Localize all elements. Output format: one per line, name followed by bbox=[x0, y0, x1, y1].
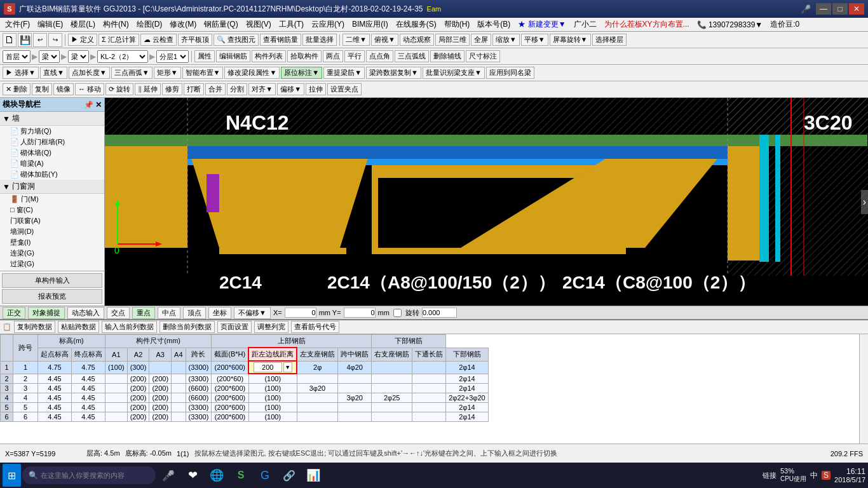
row-midtop-6[interactable] bbox=[338, 412, 372, 422]
orthogonal-btn[interactable]: 正交 bbox=[3, 307, 25, 319]
row-a1-2[interactable] bbox=[105, 374, 128, 384]
search-placeholder-text[interactable]: 在这里输入你要搜索的内容 bbox=[41, 471, 125, 480]
row-starth-6[interactable]: 4.45 bbox=[38, 412, 72, 422]
y-input[interactable] bbox=[344, 308, 376, 318]
sidebar-item-window[interactable]: □ 窗(C) bbox=[8, 205, 104, 215]
no-offset-btn[interactable]: 不偏移▼ bbox=[234, 307, 271, 319]
row-a3-4[interactable]: (200) bbox=[149, 393, 172, 403]
menu-view[interactable]: 视图(V) bbox=[242, 18, 275, 31]
undo-btn[interactable]: ↩ bbox=[33, 33, 47, 47]
stretch-btn[interactable]: 拉伸 bbox=[306, 83, 326, 95]
row-a3-5[interactable]: (200) bbox=[149, 403, 172, 412]
row-botsteel-1[interactable]: 2φ14 bbox=[446, 361, 488, 374]
row-botsteel-2[interactable]: 2φ14 bbox=[446, 374, 488, 384]
row-botsteel-5[interactable]: 2φ14 bbox=[446, 403, 488, 412]
menu-file[interactable]: 文件(F) bbox=[1, 18, 34, 31]
row-section-2[interactable]: (200*60) bbox=[212, 374, 248, 384]
row-dist-2[interactable]: (100) bbox=[248, 374, 297, 384]
row-dist-4[interactable]: (100) bbox=[248, 393, 297, 403]
menu-version[interactable]: 版本号(B) bbox=[473, 18, 514, 31]
snap-btn[interactable]: 对象捕捉 bbox=[28, 307, 65, 319]
select-mode-btn[interactable]: ▶ 选择▼ bbox=[3, 67, 39, 79]
report-preview-btn[interactable]: 报表预览 bbox=[2, 289, 102, 304]
maximize-button[interactable]: □ bbox=[832, 3, 848, 15]
delete-aux-btn[interactable]: 删除辅线 bbox=[430, 50, 465, 62]
intersection-btn[interactable]: 交点 bbox=[107, 307, 130, 319]
menu-help[interactable]: 帮助(H) bbox=[440, 18, 474, 31]
component-list-btn[interactable]: 构件列表 bbox=[252, 50, 286, 62]
dist-input[interactable] bbox=[254, 362, 282, 372]
row-endh-2[interactable]: 4.45 bbox=[72, 374, 105, 384]
menu-component[interactable]: 构件(N) bbox=[99, 18, 133, 31]
find-element-btn[interactable]: 🔍 查找图元 bbox=[214, 34, 259, 46]
row-lefttop-2[interactable] bbox=[297, 374, 338, 384]
sidebar-item-masonry-wall[interactable]: 📄 砌体墙(Q) bbox=[8, 147, 104, 158]
rotate-input[interactable] bbox=[422, 308, 457, 318]
rect-btn[interactable]: 矩形▼ bbox=[154, 67, 181, 79]
property-btn[interactable]: 属性 bbox=[194, 50, 215, 62]
sidebar-group-wall[interactable]: ▼ 墙 bbox=[0, 112, 104, 126]
repick-rebar-btn[interactable]: 重提梁筋▼ bbox=[323, 67, 365, 79]
sidebar-item-shear-wall[interactable]: 📄 剪力墙(Q) bbox=[8, 126, 104, 137]
dynamic-input-btn[interactable]: 动态输入 bbox=[67, 307, 104, 319]
zoom-btn[interactable]: 缩放▼ bbox=[492, 34, 520, 46]
row-a3-2[interactable]: (200) bbox=[149, 374, 172, 384]
view-btn[interactable]: 俯视▼ bbox=[371, 34, 398, 46]
x-input[interactable] bbox=[285, 308, 316, 318]
row-lefttop-6[interactable] bbox=[297, 412, 338, 422]
single-component-input-btn[interactable]: 单构件输入 bbox=[2, 273, 102, 288]
menu-edit[interactable]: 编辑(E) bbox=[34, 18, 67, 31]
calc-btn[interactable]: Σ 汇总计算 bbox=[98, 34, 139, 46]
sidebar-item-hidden-beam[interactable]: 📄 暗梁(A) bbox=[8, 158, 104, 169]
row-righttop-4[interactable]: 2φ25 bbox=[372, 393, 412, 403]
screen-rotate-btn[interactable]: 屏幕旋转▼ bbox=[550, 34, 591, 46]
layer-select[interactable]: 分层1 bbox=[156, 50, 189, 63]
view-rebar-btn[interactable]: 查看钢筋量 bbox=[260, 34, 301, 46]
menu-guangxiao[interactable]: 广小二 bbox=[570, 18, 600, 31]
row-starth-5[interactable]: 4.45 bbox=[38, 403, 72, 412]
row-spanlen-5[interactable]: (3300) bbox=[186, 403, 212, 412]
menu-modify[interactable]: 修改(M) bbox=[166, 18, 200, 31]
row-botsteel-6[interactable]: 2φ14 bbox=[446, 412, 488, 422]
row-a4-1[interactable] bbox=[172, 361, 186, 374]
sidebar-item-door-window[interactable]: 门联窗(A) bbox=[8, 215, 104, 226]
copy-span-btn[interactable]: 复制跨数据 bbox=[14, 321, 55, 333]
row-botthrough-1[interactable] bbox=[412, 361, 446, 374]
point-len-btn[interactable]: 点加长度▼ bbox=[69, 67, 110, 79]
span-copy-btn[interactable]: 梁跨数据复制▼ bbox=[366, 67, 421, 79]
row-botsteel-4[interactable]: 2φ22+3φ20 bbox=[446, 393, 488, 403]
row-a3-6[interactable]: (200) bbox=[149, 412, 172, 422]
row-lefttop-1[interactable]: 2φ bbox=[297, 361, 338, 374]
two-point-btn[interactable]: 两点 bbox=[323, 50, 343, 62]
row-a2-3[interactable]: (200) bbox=[127, 384, 149, 393]
row-botthrough-3[interactable] bbox=[412, 384, 446, 393]
adjust-col-btn[interactable]: 调整列宽 bbox=[254, 321, 288, 333]
taskbar-icon-6[interactable]: 📊 bbox=[302, 464, 325, 487]
set-grip-btn[interactable]: 设置夹点 bbox=[327, 83, 362, 95]
row-a2-5[interactable]: (200) bbox=[127, 403, 149, 412]
row-a2-1[interactable]: (300) bbox=[127, 361, 149, 374]
row-endh-1[interactable]: 4.75 bbox=[72, 361, 105, 374]
row-endh-3[interactable]: 4.45 bbox=[72, 384, 105, 393]
row-endh-5[interactable]: 4.45 bbox=[72, 403, 105, 412]
sidebar-item-civil-defense-wall[interactable]: 📄 人防门框墙(R) bbox=[8, 137, 104, 147]
lang-indicator[interactable]: 中 bbox=[810, 470, 818, 481]
line-btn[interactable]: 直线▼ bbox=[40, 67, 67, 79]
parallel-btn[interactable]: 平行 bbox=[344, 50, 365, 62]
row-section-1[interactable]: (200*600) bbox=[212, 361, 248, 374]
menu-floor[interactable]: 楼层(L) bbox=[67, 18, 99, 31]
redo-btn[interactable]: ↪ bbox=[48, 33, 62, 47]
edit-rebar-btn[interactable]: 编辑钢筋 bbox=[216, 50, 250, 62]
align-btn[interactable]: 对齐▼ bbox=[248, 83, 276, 95]
mic-icon[interactable]: 🎤 bbox=[801, 4, 811, 14]
component-type-select[interactable]: 梁 bbox=[39, 50, 60, 63]
row-botsteel-3[interactable]: 2φ14 bbox=[446, 384, 488, 393]
component-select[interactable]: 梁 bbox=[68, 50, 89, 63]
select-floor-btn[interactable]: 选择楼层 bbox=[592, 34, 627, 46]
row-section-6[interactable]: (200*600) bbox=[212, 412, 248, 422]
beam-id-select[interactable]: KL-2（2） bbox=[97, 50, 148, 63]
start-button[interactable]: ⊞ bbox=[3, 464, 21, 487]
row-dist-3[interactable]: (100) bbox=[248, 384, 297, 393]
row-a4-3[interactable] bbox=[172, 384, 186, 393]
row-righttop-1[interactable] bbox=[372, 361, 412, 374]
